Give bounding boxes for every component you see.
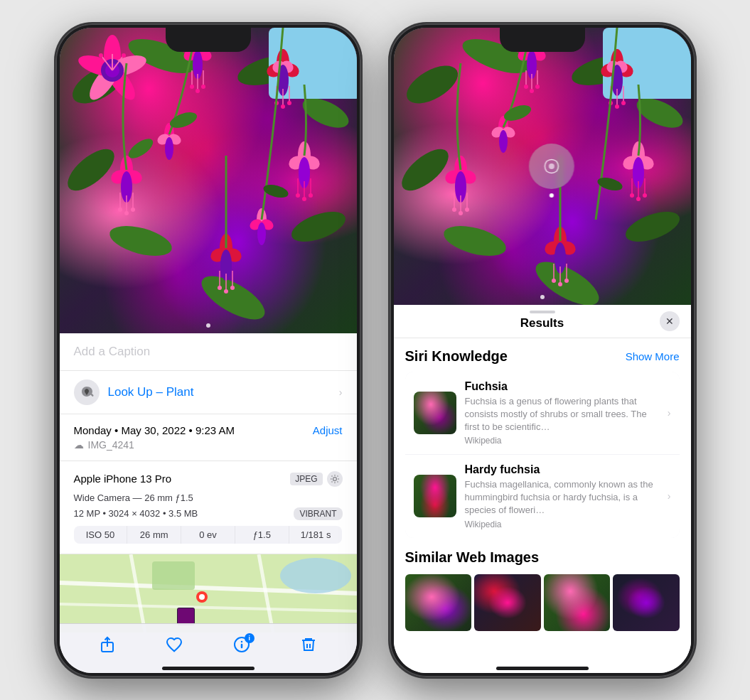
svg-point-123	[530, 89, 534, 93]
mp-info: 12 MP • 3024 × 4032 • 3.5 MB	[74, 508, 198, 519]
svg-point-168	[552, 279, 556, 283]
results-panel: Results ✕ Siri Knowledge Show More	[394, 305, 691, 673]
svg-point-105	[400, 58, 464, 111]
sim-thumb-4[interactable]	[613, 574, 680, 631]
lookup-icon	[74, 379, 100, 405]
notch	[166, 28, 251, 52]
svg-point-31	[195, 89, 200, 93]
share-button[interactable]	[92, 629, 123, 660]
exif-aperture: ƒ1.5	[235, 526, 289, 544]
delete-button[interactable]	[293, 629, 324, 660]
device-section: Apple iPhone 13 Pro JPEG	[60, 461, 357, 554]
vs-dot	[549, 193, 553, 198]
meta-section: Monday • May 30, 2022 • 9:23 AM Adjust ☁…	[60, 414, 357, 461]
sim-thumb-2[interactable]	[474, 574, 541, 631]
similar-section: Similar Web Images	[405, 539, 680, 638]
exif-shutter: 1/181 s	[289, 526, 343, 544]
gear-icon[interactable]	[327, 471, 343, 487]
svg-point-102	[241, 642, 242, 642]
fuchsia-desc: Fuchsia is a genus of flowering plants t…	[465, 395, 653, 434]
svg-point-158	[636, 197, 641, 201]
sim-thumb-3[interactable]	[544, 574, 611, 631]
svg-point-89	[125, 135, 156, 162]
svg-point-136	[615, 104, 619, 109]
home-indicator-2	[496, 667, 589, 670]
svg-point-65	[296, 193, 300, 198]
camera-info: Wide Camera — 26 mm ƒ1.5	[74, 492, 343, 503]
svg-point-170	[564, 279, 569, 283]
svg-point-177	[548, 163, 554, 169]
results-content[interactable]: Siri Knowledge Show More Fuc	[394, 338, 691, 638]
svg-point-19	[110, 50, 114, 54]
exif-focal: 26 mm	[127, 526, 181, 544]
phone-2: Results ✕ Siri Knowledge Show More	[390, 23, 695, 677]
map-area[interactable]	[60, 554, 357, 632]
svg-point-82	[165, 137, 173, 160]
svg-point-96	[199, 594, 205, 600]
svg-point-44	[281, 104, 285, 109]
svg-point-159	[643, 193, 647, 198]
svg-point-4	[60, 141, 120, 198]
exif-ev: 0 ev	[181, 526, 235, 544]
exif-row: ISO 50 26 mm 0 ev ƒ1.5 1/181 s	[74, 526, 343, 544]
svg-point-30	[190, 85, 194, 89]
fuchsia-thumbnail	[414, 392, 456, 434]
svg-point-122	[524, 85, 528, 89]
drag-handle	[530, 311, 555, 313]
siri-knowledge-header: Siri Knowledge Show More	[405, 338, 680, 372]
jpeg-badge: JPEG	[290, 473, 322, 485]
svg-point-148	[465, 208, 469, 212]
fuchsia-chevron: ›	[668, 407, 671, 419]
notch-2	[500, 28, 585, 52]
lookup-row[interactable]: Look Up – Plant ›	[60, 371, 357, 414]
svg-rect-94	[152, 561, 195, 590]
results-title: Results	[520, 316, 564, 330]
close-button[interactable]: ✕	[660, 311, 680, 331]
fuchsia-info: Fuchsia Fuchsia is a genus of flowering …	[465, 380, 653, 446]
results-header: Results ✕	[394, 305, 691, 338]
home-indicator	[162, 667, 255, 670]
knowledge-item-fuchsia[interactable]: Fuchsia Fuchsia is a genus of flowering …	[405, 372, 680, 456]
hardy-thumbnail	[414, 475, 456, 517]
svg-point-109	[395, 141, 454, 198]
adjust-button[interactable]: Adjust	[313, 424, 343, 436]
photo-area-2[interactable]	[394, 28, 691, 305]
caption-placeholder[interactable]: Add a Caption	[74, 345, 151, 358]
svg-point-90	[333, 477, 336, 480]
svg-point-93	[280, 558, 351, 593]
svg-point-157	[630, 193, 634, 198]
sim-thumb-1[interactable]	[405, 574, 472, 631]
svg-point-21	[99, 53, 103, 58]
svg-point-147	[459, 211, 463, 215]
lookup-chevron: ›	[339, 387, 343, 398]
svg-point-86	[257, 222, 266, 245]
svg-point-20	[122, 53, 126, 58]
filename: IMG_4241	[88, 439, 134, 451]
photo-area[interactable]	[60, 28, 357, 333]
fuchsia-name: Fuchsia	[465, 380, 653, 393]
visual-search-button[interactable]	[528, 144, 574, 189]
svg-point-6	[287, 205, 349, 247]
phone-1: Add a Caption Look Up – Plant	[55, 23, 361, 677]
hardy-name: Hardy fuchsia	[465, 463, 653, 476]
like-button[interactable]	[159, 629, 190, 660]
knowledge-card: Fuchsia Fuchsia is a genus of flowering …	[405, 372, 680, 538]
toolbar: i	[60, 623, 357, 673]
svg-rect-98	[178, 608, 194, 625]
svg-point-110	[440, 220, 508, 261]
lookup-label: Look Up – Plant	[108, 385, 194, 399]
cloud-icon: ☁	[74, 439, 84, 451]
hardy-source: Wikipedia	[465, 519, 653, 529]
hardy-chevron: ›	[668, 490, 671, 502]
hardy-info: Hardy fuchsia Fuchsia magellanica, commo…	[465, 463, 653, 529]
device-name: Apple iPhone 13 Pro	[74, 473, 172, 485]
svg-point-76	[218, 286, 222, 290]
knowledge-item-hardy[interactable]: Hardy fuchsia Fuchsia magellanica, commo…	[405, 455, 680, 538]
info-badge: i	[245, 633, 255, 643]
show-more-button[interactable]: Show More	[626, 350, 680, 362]
svg-point-78	[230, 286, 235, 290]
svg-point-54	[118, 208, 122, 212]
page-indicator-2	[540, 295, 545, 299]
info-button-wrapper[interactable]: i	[226, 629, 257, 660]
photo-details-scroll[interactable]: Add a Caption Look Up – Plant	[60, 333, 357, 673]
